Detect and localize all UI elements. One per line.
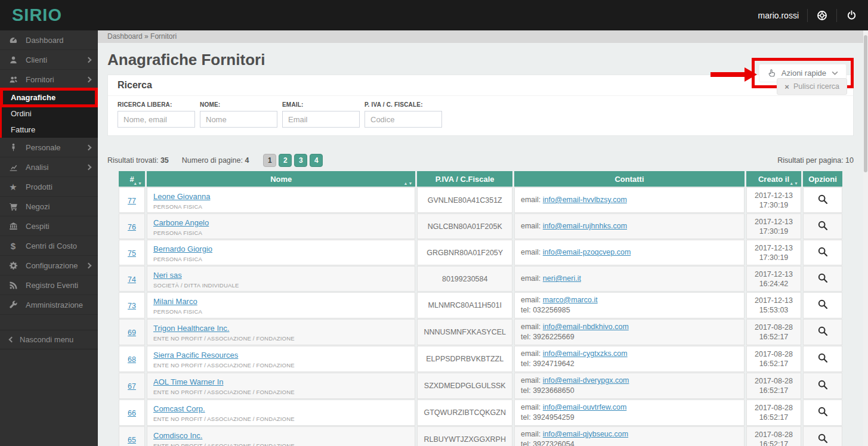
- supplier-name-link[interactable]: Neri sas: [153, 271, 182, 280]
- supplier-name-link[interactable]: AOL Time Warner In: [153, 377, 224, 386]
- magnifier-icon[interactable]: [817, 406, 828, 417]
- life-ring-icon[interactable]: [816, 10, 828, 21]
- supplier-type: PERSONA FISICA: [153, 308, 409, 315]
- row-id-link[interactable]: 75: [128, 249, 136, 258]
- email-link[interactable]: info@email-ouvtrfew.com: [543, 403, 627, 411]
- sidebar-item-registro-eventi[interactable]: Registro Eventi: [0, 275, 98, 295]
- scrollbar[interactable]: [863, 30, 868, 446]
- row-id-link[interactable]: 73: [128, 302, 136, 310]
- row-id-link[interactable]: 67: [128, 382, 136, 391]
- supplier-name-link[interactable]: Milani Marco: [153, 297, 197, 306]
- sidebar-item-personale[interactable]: Personale: [0, 138, 98, 157]
- results-found: Risultati trovati: 35: [107, 156, 169, 165]
- email-link[interactable]: marco@marco.it: [543, 296, 598, 304]
- supplier-name-link[interactable]: Comcast Corp.: [153, 404, 205, 413]
- email-link[interactable]: info@email-cygtxzks.com: [543, 349, 628, 358]
- email-link[interactable]: info@email-hvvlbzsy.com: [543, 196, 627, 204]
- cell-id: 74: [119, 266, 145, 292]
- row-id-link[interactable]: 69: [128, 329, 136, 337]
- search-input-nome[interactable]: [200, 111, 277, 128]
- sidebar-item-configurazione[interactable]: Configurazione: [0, 256, 98, 275]
- column-label: P.IVA / C.Fiscale: [435, 175, 495, 184]
- email-label: email:: [521, 323, 543, 331]
- supplier-name-link[interactable]: Leone Giovanna: [153, 192, 210, 201]
- clear-search-button[interactable]: × Pulisci ricerca: [777, 78, 847, 95]
- sidebar-item-analisi[interactable]: Analisi: [0, 157, 98, 177]
- sidebar-item-dashboard[interactable]: Dashboard: [0, 30, 98, 50]
- supplier-name-link[interactable]: Trigon Healthcare Inc.: [153, 324, 229, 333]
- column-header-[interactable]: #▲▼: [119, 171, 145, 187]
- page-button-3[interactable]: 3: [294, 154, 307, 167]
- collapse-menu-label: Nascondi menu: [20, 335, 73, 344]
- magnifier-icon[interactable]: [817, 246, 828, 257]
- cell-created: 2017-12-1316:24:42: [746, 266, 801, 292]
- row-id-link[interactable]: 76: [128, 223, 136, 231]
- supplier-name-link[interactable]: Comdisco Inc.: [153, 431, 202, 440]
- sidebar-item-ordini[interactable]: Ordini: [2, 106, 98, 122]
- column-header-nome[interactable]: Nome▲▼: [147, 171, 415, 187]
- created-time: 16:52:17: [753, 332, 795, 342]
- sidebar-item-cespiti[interactable]: Cespiti: [0, 216, 98, 236]
- breadcrumb: Dashboard » Fornitori: [98, 30, 863, 43]
- magnifier-icon[interactable]: [817, 379, 828, 390]
- cell-vat: 80199230584: [417, 266, 512, 292]
- sort-icons[interactable]: ▲▼: [789, 181, 799, 185]
- magnifier-icon[interactable]: [817, 326, 828, 336]
- breadcrumb-dashboard[interactable]: Dashboard: [107, 32, 143, 41]
- contact-email: email: info@email-cygtxzks.com: [521, 349, 738, 359]
- sidebar-item-clienti[interactable]: Clienti: [0, 50, 98, 70]
- email-label: email:: [521, 222, 543, 230]
- row-id-link[interactable]: 65: [128, 436, 136, 444]
- email-link[interactable]: info@email-nbdkhivo.com: [543, 323, 629, 331]
- page-button-1[interactable]: 1: [263, 154, 276, 167]
- sidebar-item-anagrafiche[interactable]: Anagrafiche: [2, 89, 98, 106]
- email-link[interactable]: info@email-dverypgx.com: [543, 376, 629, 385]
- magnifier-icon[interactable]: [817, 299, 828, 309]
- cell-created: 2017-12-1317:30:19: [746, 187, 801, 213]
- sort-icons[interactable]: ▲▼: [404, 181, 413, 185]
- sidebar-item-fatture[interactable]: Fatture: [2, 122, 98, 138]
- search-input-ricerca-libera[interactable]: [118, 111, 195, 128]
- supplier-name-link[interactable]: Carbone Angelo: [153, 218, 209, 227]
- search-form: RICERCA LIBERA:NOME:EMAIL:P. IVA / C. FI…: [108, 96, 853, 135]
- row-id-link[interactable]: 68: [128, 355, 136, 364]
- sidebar-item-fornitori[interactable]: Fornitori: [0, 70, 98, 89]
- collapse-menu-button[interactable]: Nascondi menu: [0, 330, 98, 349]
- search-input-email[interactable]: [282, 111, 360, 128]
- column-header-creatoil[interactable]: Creato il▲▼: [746, 171, 801, 187]
- email-link[interactable]: info@email-qjybseuc.com: [543, 430, 628, 438]
- supplier-name-link[interactable]: Sierra Pacific Resources: [153, 351, 238, 360]
- created-date: 2017-12-13: [753, 296, 795, 305]
- cell-name: Milani MarcoPERSONA FISICA: [147, 292, 415, 318]
- power-icon[interactable]: [845, 10, 857, 21]
- supplier-type: ENTE NO PROFIT / ASSOCIAZIONE / FONDAZIO…: [153, 362, 409, 368]
- row-id-link[interactable]: 74: [128, 275, 136, 284]
- cell-created: 2017-08-2816:52:17: [746, 399, 801, 426]
- sidebar-item-prodotti[interactable]: ★Prodotti: [0, 177, 98, 197]
- scrollbar-thumb[interactable]: [864, 35, 867, 172]
- sidebar-item-amministrazione[interactable]: Amministrazione: [0, 295, 98, 315]
- sidebar-item-centri-di-costo[interactable]: $Centri di Costo: [0, 236, 98, 256]
- email-link[interactable]: neri@neri.it: [543, 274, 581, 283]
- magnifier-icon[interactable]: [817, 220, 828, 231]
- magnifier-icon[interactable]: [817, 433, 828, 444]
- page-button-4[interactable]: 4: [310, 154, 323, 167]
- column-label: Nome: [270, 175, 292, 184]
- username[interactable]: mario.rossi: [758, 11, 799, 20]
- search-input-piva-cfiscale[interactable]: [365, 111, 442, 128]
- row-id-link[interactable]: 66: [128, 409, 136, 417]
- chevron-right-icon: [86, 76, 92, 82]
- email-link[interactable]: info@email-rujhnhks.com: [543, 222, 627, 230]
- magnifier-icon[interactable]: [817, 272, 828, 283]
- magnifier-icon[interactable]: [817, 194, 828, 205]
- magnifier-icon[interactable]: [817, 352, 828, 363]
- search-field-label: EMAIL:: [282, 101, 365, 108]
- clear-icon: ×: [784, 83, 789, 91]
- email-link[interactable]: info@email-pzoqcvep.com: [543, 248, 631, 256]
- sidebar-item-negozi[interactable]: Negozi: [0, 197, 98, 216]
- page-button-2[interactable]: 2: [279, 154, 292, 167]
- row-id-link[interactable]: 77: [128, 197, 136, 205]
- supplier-name-link[interactable]: Bernardo Giorgio: [153, 244, 212, 253]
- sort-icons[interactable]: ▲▼: [133, 181, 143, 185]
- cell-vat: RLBUYWTJZXGGXRPH: [417, 426, 512, 446]
